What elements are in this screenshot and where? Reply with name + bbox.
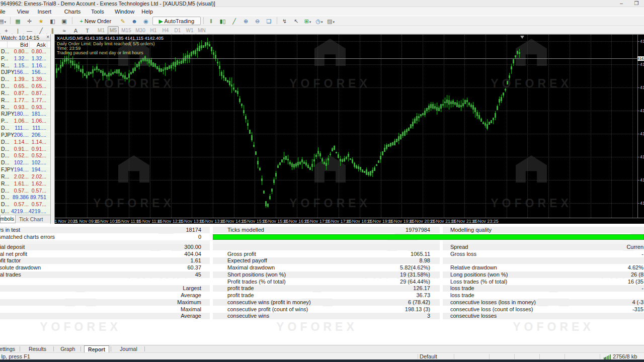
- menu-item-tools[interactable]: Tools: [88, 8, 108, 15]
- report-row[interactable]: loss trade: [443, 292, 644, 299]
- bar-chart-button[interactable]: ‖: [206, 17, 216, 25]
- report-row[interactable]: [213, 244, 440, 250]
- tab-journal[interactable]: Journal: [114, 345, 143, 353]
- report-row[interactable]: consecutive wins (profit in money)6 (78.…: [213, 299, 440, 306]
- report-row[interactable]: profit trade126.17: [213, 285, 440, 292]
- market-watch-row[interactable]: D...0.52...0.52...: [0, 152, 50, 159]
- market-watch-row[interactable]: PJPY206....206....: [0, 132, 50, 139]
- report-row[interactable]: Largest: [0, 285, 210, 292]
- report-row[interactable]: profit trade36.73: [213, 292, 440, 299]
- report-row[interactable]: Absolute drawdown60.37: [0, 264, 210, 271]
- trendline-tool[interactable]: ╱: [36, 26, 46, 35]
- market-watch-row[interactable]: DJPY156....156....: [0, 69, 50, 76]
- community-button[interactable]: ☻: [129, 17, 140, 25]
- tile-windows-button[interactable]: ❏: [264, 17, 274, 25]
- zoom-out-button[interactable]: ⊖: [252, 17, 263, 25]
- report-row[interactable]: Gross profit1065.11: [213, 251, 440, 257]
- report-row[interactable]: [443, 257, 644, 264]
- template-menu-button[interactable]: ▨▾: [326, 17, 336, 25]
- new-chart-button[interactable]: ▤▾: [0, 17, 8, 25]
- close-icon[interactable]: ×: [46, 34, 49, 40]
- time-label[interactable]: 11 Nov 23:25: [472, 219, 499, 224]
- market-watch-toggle[interactable]: ◧: [47, 17, 58, 25]
- vertical-line-tool[interactable]: |: [13, 26, 23, 35]
- add-indicator-button[interactable]: ⊞▾: [302, 17, 313, 25]
- market-watch-row[interactable]: D...102....102....: [0, 159, 50, 166]
- menu-item-window[interactable]: Window: [111, 8, 138, 15]
- profiles-button[interactable]: ▦: [13, 17, 23, 25]
- price-scale[interactable]: 4141414141414141: [637, 35, 644, 218]
- market-watch-row[interactable]: R...0.87...0.87...: [0, 90, 50, 97]
- maximize-button[interactable]: ❐: [630, 0, 643, 7]
- report-row[interactable]: [0, 279, 210, 285]
- market-watch-row[interactable]: RJPY180....181....: [0, 111, 50, 118]
- indicators-button[interactable]: ↯: [279, 17, 290, 25]
- report-row[interactable]: Maximal drawdown5.82(4.62%): [213, 264, 440, 271]
- report-row[interactable]: consecutive losses (loss in money)4 (-3: [443, 299, 644, 306]
- tab-report[interactable]: Report: [84, 345, 109, 353]
- report-row[interactable]: Initial deposit300.00: [0, 244, 210, 250]
- market-watch-column-headers[interactable]: Symbol Bid Ask: [0, 41, 50, 48]
- report-row[interactable]: Maximal: [0, 306, 210, 313]
- zoom-in-button[interactable]: ⊕: [240, 17, 251, 25]
- report-row[interactable]: Bars in test18174: [0, 227, 210, 233]
- market-watch-row[interactable]: D...0.65...0.65...: [0, 83, 50, 90]
- minimize-button[interactable]: –: [615, 0, 628, 7]
- market-watch-row[interactable]: D...0.80...0.80...: [0, 48, 50, 55]
- tab-results[interactable]: Results: [23, 345, 52, 353]
- menu-item-insert[interactable]: Insert: [34, 8, 55, 15]
- candlestick-chart-button[interactable]: ▮▯: [217, 17, 228, 25]
- market-watch-row[interactable]: D...0.57...0.57...: [0, 201, 50, 208]
- title-bar[interactable]: 9649962: Exness-Trial8 - Demo Account - …: [0, 0, 644, 7]
- autotrading-toggle[interactable]: ▶ AutoTrading: [152, 17, 201, 25]
- menu-item-file[interactable]: File: [0, 8, 9, 15]
- market-watch-row[interactable]: R...1.77...1.77...: [0, 97, 50, 104]
- report-row[interactable]: Loss trades (% of total)16 (35: [443, 279, 644, 285]
- report-row[interactable]: Short positions (won %)19 (31.58%): [213, 272, 440, 278]
- report-row[interactable]: Expected payoff8.98: [213, 257, 440, 264]
- period-menu-button[interactable]: ◷▾: [314, 17, 325, 25]
- metaeditor-button[interactable]: ✎: [118, 17, 128, 25]
- menu-item-view[interactable]: View: [14, 8, 33, 15]
- chart-window[interactable]: YOFOREXYOFOREXYOFOREXYOFOREXYOFOREXYOFOR…: [54, 34, 644, 224]
- report-row[interactable]: consecutive loss (count of losses)-315: [443, 306, 644, 313]
- market-watch-row[interactable]: R...2.02...2.02...: [0, 173, 50, 180]
- report-row[interactable]: consecutive losses: [443, 313, 644, 319]
- timeframe-m1-button[interactable]: M1: [96, 26, 107, 35]
- report-row[interactable]: loss trade-: [443, 285, 644, 292]
- report-row[interactable]: Mismatched charts errors0: [0, 234, 210, 240]
- market-watch-header[interactable]: Market Watch: 10:14:15: [0, 34, 50, 41]
- text-tool[interactable]: A: [70, 26, 81, 35]
- horizontal-line-tool[interactable]: —: [24, 26, 35, 35]
- cursor-mode-button[interactable]: ↖: [291, 17, 301, 25]
- market-watch-row[interactable]: R...1.61...1.62...: [0, 180, 50, 188]
- cursor-button[interactable]: ✛: [24, 17, 35, 25]
- tab-tick-chart[interactable]: Tick Chart: [19, 216, 43, 222]
- status-profile[interactable]: Default: [420, 353, 437, 359]
- column-ask[interactable]: Ask: [37, 42, 46, 48]
- report-row[interactable]: Ticks modelled19797984: [213, 227, 440, 233]
- report-row[interactable]: consecutive wins3: [213, 313, 440, 319]
- report-row[interactable]: Long positions (won %)26 (8: [443, 272, 644, 278]
- market-watch-row[interactable]: U...4219....4219....: [0, 208, 50, 215]
- report-row[interactable]: Gross loss-: [443, 251, 644, 257]
- new-order-button[interactable]: + New Order: [74, 17, 117, 25]
- timeframe-mn-button[interactable]: MN: [196, 26, 207, 35]
- crosshair-tool[interactable]: +: [1, 26, 12, 35]
- menu-item-help[interactable]: Help: [138, 8, 156, 15]
- report-row[interactable]: consecutive profit (count of wins)198.13…: [213, 306, 440, 313]
- market-watch-row[interactable]: P...1.32...1.32...: [0, 55, 50, 62]
- report-row[interactable]: Average: [0, 292, 210, 299]
- timeframe-h4-button[interactable]: H4: [160, 26, 171, 35]
- report-row[interactable]: Average: [0, 313, 210, 319]
- column-bid[interactable]: Bid: [20, 42, 28, 48]
- timeframe-d1-button[interactable]: D1: [172, 26, 183, 35]
- line-chart-button[interactable]: ╱: [229, 17, 239, 25]
- signal-button[interactable]: ◉: [141, 17, 151, 25]
- market-watch-row[interactable]: D...1.14...1.14...: [0, 139, 50, 146]
- chart-plot-area[interactable]: YOFOREXYOFOREXYOFOREXYOFOREXYOFOREXYOFOR…: [55, 35, 644, 218]
- time-axis[interactable]: 11 Nov 202511 Nov 09:4511 Nov 10:2511 No…: [55, 218, 644, 224]
- timeframe-m5-button[interactable]: M5: [108, 26, 119, 35]
- report-row[interactable]: Modelling quality: [443, 227, 644, 233]
- market-watch-row[interactable]: FJPY194....194....: [0, 166, 50, 173]
